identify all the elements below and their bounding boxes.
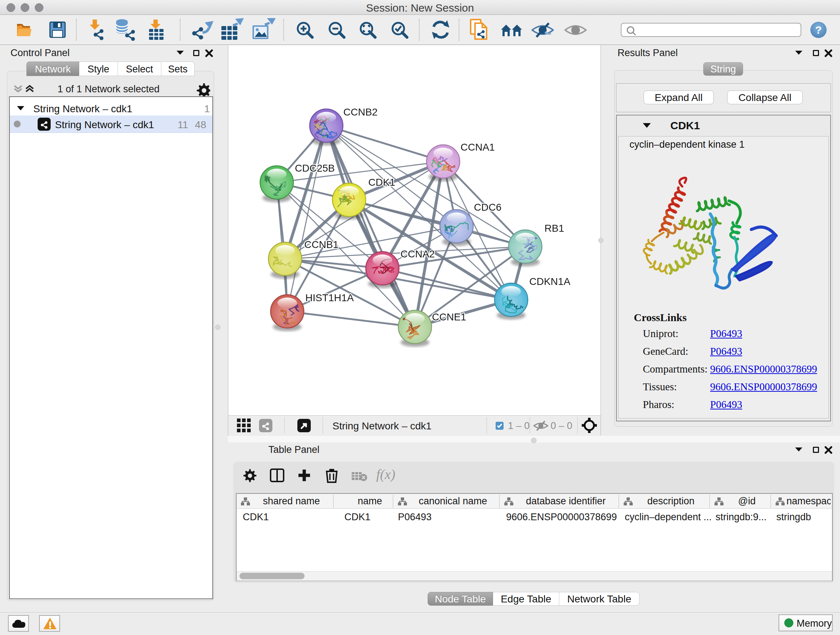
- svg-text:CDC25B: CDC25B: [295, 163, 335, 174]
- svg-text:CDKN1A: CDKN1A: [529, 276, 570, 287]
- svg-text:CDK1: CDK1: [368, 177, 395, 188]
- svg-text:HIST1H1A: HIST1H1A: [305, 292, 354, 303]
- svg-text:CCNA1: CCNA1: [461, 141, 495, 153]
- svg-text:CDC6: CDC6: [474, 202, 501, 213]
- svg-text:CCNB1: CCNB1: [304, 239, 339, 250]
- svg-text:RB1: RB1: [545, 223, 564, 234]
- svg-text:CCNE1: CCNE1: [432, 311, 466, 323]
- svg-text:CCNA2: CCNA2: [401, 249, 435, 260]
- svg-text:CCNB2: CCNB2: [343, 106, 378, 118]
